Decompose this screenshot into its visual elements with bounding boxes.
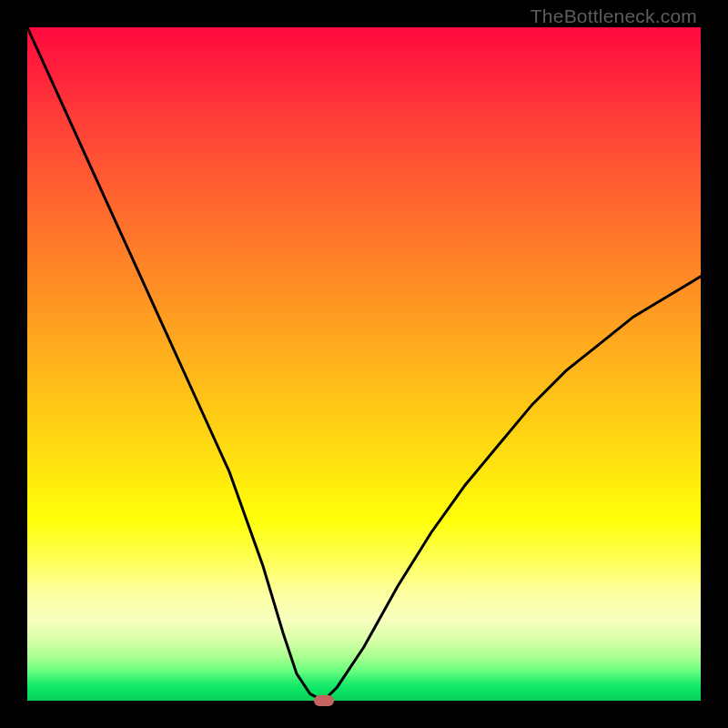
curve-svg	[27, 27, 701, 701]
bottleneck-curve-path	[27, 27, 701, 701]
watermark-text: TheBottleneck.com	[531, 5, 697, 27]
min-marker	[314, 695, 334, 706]
plot-area	[27, 27, 701, 701]
chart-frame: TheBottleneck.com	[0, 0, 728, 728]
